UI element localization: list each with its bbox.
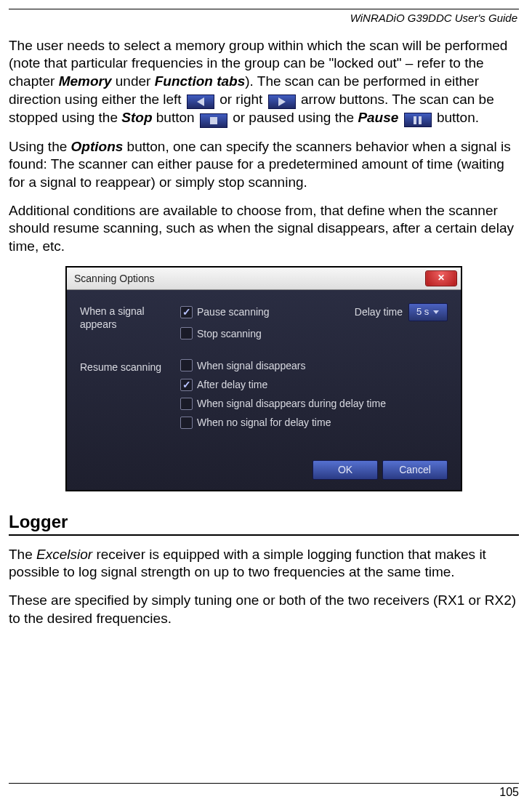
scan-right-button-icon [268,95,296,109]
pause-scanning-checkbox[interactable] [180,306,193,318]
resume-after-delay-label: After delay time [197,378,267,391]
stop-scanning-label: Stop scanning [197,327,262,340]
text: The [9,547,36,562]
arrow-left-icon [197,97,204,106]
paragraph-5: These are specified by simply tuning one… [9,592,519,627]
pause-ref: Pause [358,110,398,125]
resume-disappears-checkbox[interactable] [180,359,193,371]
options-ref: Options [71,139,124,154]
resume-no-signal-label: When no signal for delay time [197,416,331,429]
dialog-titlebar: Scanning Options ✕ [67,268,461,290]
pause-scanning-label: Pause scanning [197,305,270,318]
text: or paused using the [229,110,358,125]
arrow-right-icon [278,97,286,106]
close-button[interactable]: ✕ [425,270,457,286]
excelsior-ref: Excelsior [36,547,92,562]
paragraph-1: The user needs to select a memory group … [9,37,519,128]
resume-no-signal-checkbox[interactable] [180,417,193,429]
resume-disappears-delay-label: When signal disappears during delay time [197,397,386,410]
chevron-down-icon [433,310,439,314]
close-icon: ✕ [438,273,445,284]
memory-ref: Memory [59,73,112,89]
pause-button-icon [404,113,432,127]
delay-time-value: 5 s [416,306,429,318]
resume-after-delay-checkbox[interactable] [180,379,193,391]
page-number: 105 [9,785,519,800]
stop-scanning-checkbox[interactable] [180,327,193,339]
resume-scanning-label: Resume scanning [80,359,180,374]
delay-time-label: Delay time [355,305,403,318]
dialog-body: When a signal appears Pause scanning Del… [67,290,461,490]
stop-ref: Stop [121,110,152,125]
resume-disappears-delay-checkbox[interactable] [180,398,193,410]
paragraph-2: Using the Options button, one can specif… [9,138,519,192]
stop-button-icon [200,113,227,128]
paragraph-4: The Excelsior receiver is equipped with … [9,546,519,582]
paragraph-3: Additional conditions are available to c… [9,202,519,256]
resume-disappears-label: When signal disappears [197,359,305,372]
scanning-options-dialog: Scanning Options ✕ When a signal appears… [65,266,462,491]
cancel-button[interactable]: Cancel [382,460,448,480]
ok-button[interactable]: OK [313,460,378,480]
text: button. [433,110,479,125]
logger-heading: Logger [9,510,519,533]
function-tabs-ref: Function tabs [155,73,246,89]
delay-time-select[interactable]: 5 s [408,303,448,321]
text: or right [216,92,267,107]
signal-appears-label: When a signal appears [80,303,180,331]
scan-left-button-icon [187,95,214,109]
dialog-title: Scanning Options [74,272,155,285]
page-header-title: WiNRADiO G39DDC User's Guide [9,11,519,25]
text: Using the [9,139,71,154]
text: button [153,110,198,125]
text: under [112,73,155,89]
